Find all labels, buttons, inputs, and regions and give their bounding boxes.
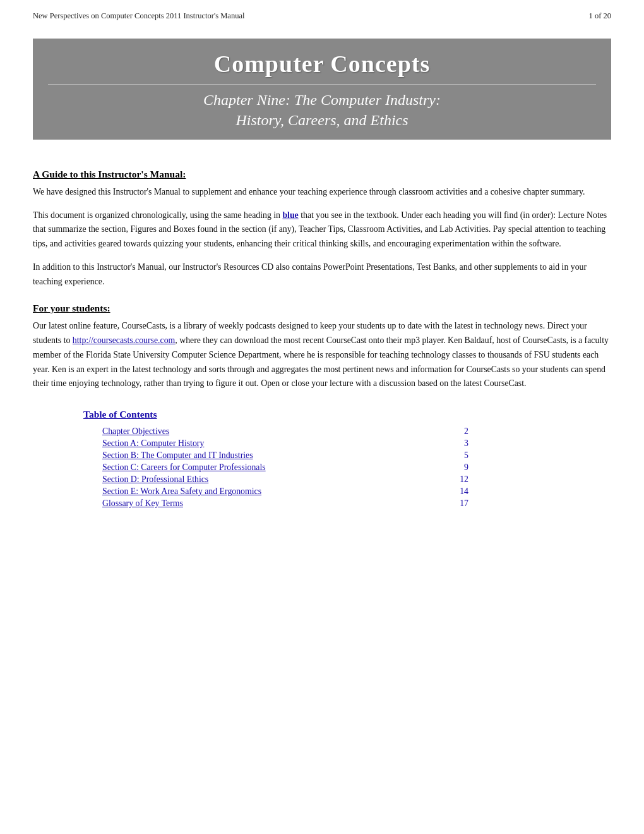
- header-banner: Computer Concepts Chapter Nine: The Comp…: [33, 39, 611, 140]
- toc-item: Section B: The Computer and IT Industrie…: [102, 450, 468, 461]
- toc-link-3[interactable]: Section C: Careers for Computer Professi…: [102, 462, 266, 473]
- toc-item: Section C: Careers for Computer Professi…: [102, 462, 468, 473]
- toc-item: Section D: Professional Ethics12: [102, 474, 468, 485]
- header-right-text: 1 of 20: [589, 11, 611, 21]
- guide-para2-link[interactable]: blue: [282, 210, 298, 220]
- page-header: New Perspectives on Computer Concepts 20…: [0, 0, 644, 27]
- toc-page-1: 3: [450, 438, 468, 449]
- guide-para1: We have designed this Instructor's Manua…: [33, 185, 611, 200]
- guide-para2: This document is organized chronological…: [33, 208, 611, 251]
- toc-link-5[interactable]: Section E: Work Area Safety and Ergonomi…: [102, 486, 261, 497]
- banner-subtitle-line2: History, Careers, and Ethics: [236, 112, 408, 128]
- toc-page-2: 5: [450, 450, 468, 461]
- toc-page-3: 9: [450, 462, 468, 473]
- page: New Perspectives on Computer Concepts 20…: [0, 0, 644, 834]
- banner-title: Computer Concepts: [48, 50, 596, 78]
- toc-link-1[interactable]: Section A: Computer History: [102, 438, 204, 449]
- toc-list: Chapter Objectives2Section A: Computer H…: [102, 426, 468, 509]
- students-section: For your students: Our latest online fea…: [33, 303, 611, 391]
- toc-page-4: 12: [450, 474, 468, 485]
- toc-item: Section A: Computer History3: [102, 438, 468, 449]
- banner-subtitle: Chapter Nine: The Computer Industry: His…: [48, 90, 596, 131]
- guide-section: A Guide to this Instructor's Manual: We …: [33, 169, 611, 289]
- toc-page-0: 2: [450, 426, 468, 437]
- main-content: A Guide to this Instructor's Manual: We …: [0, 140, 644, 536]
- guide-heading: A Guide to this Instructor's Manual:: [33, 169, 611, 180]
- toc-title[interactable]: Table of Contents: [83, 409, 611, 420]
- students-heading: For your students:: [33, 303, 611, 314]
- toc-page-5: 14: [450, 486, 468, 497]
- toc-item: Chapter Objectives2: [102, 426, 468, 437]
- toc-link-6[interactable]: Glossary of Key Terms: [102, 499, 183, 509]
- coursecasts-link[interactable]: http://coursecasts.course.com: [73, 335, 175, 345]
- toc-container: Table of Contents Chapter Objectives2Sec…: [83, 409, 611, 509]
- toc-item: Glossary of Key Terms17: [102, 499, 468, 509]
- toc-link-2[interactable]: Section B: The Computer and IT Industrie…: [102, 450, 253, 461]
- toc-page-6: 17: [450, 499, 468, 509]
- students-para1: Our latest online feature, CourseCasts, …: [33, 319, 611, 391]
- toc-item: Section E: Work Area Safety and Ergonomi…: [102, 486, 468, 497]
- toc-link-4[interactable]: Section D: Professional Ethics: [102, 474, 208, 485]
- header-left-text: New Perspectives on Computer Concepts 20…: [33, 11, 244, 21]
- toc-link-0[interactable]: Chapter Objectives: [102, 426, 169, 437]
- guide-para2-before-link: This document is organized chronological…: [33, 210, 282, 220]
- banner-subtitle-line1: Chapter Nine: The Computer Industry:: [203, 92, 441, 108]
- guide-para3: In addition to this Instructor's Manual,…: [33, 260, 611, 289]
- banner-divider: [48, 84, 596, 85]
